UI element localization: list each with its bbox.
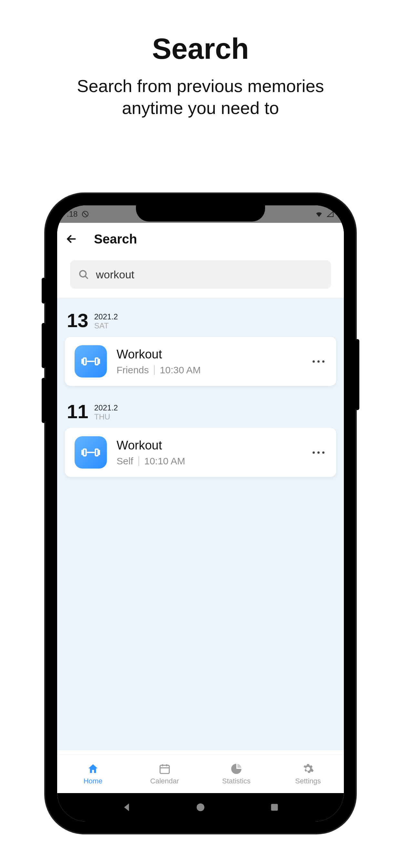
svg-rect-4 (83, 449, 86, 456)
dnd-icon (81, 210, 89, 218)
back-arrow-icon[interactable] (65, 232, 78, 245)
memory-time: 10:10 AM (144, 456, 185, 467)
signal-icon (327, 210, 334, 218)
memory-title: Workout (117, 438, 303, 453)
phone-notch (136, 206, 265, 221)
android-recent-icon[interactable] (269, 802, 280, 813)
divider (154, 365, 155, 375)
date-day-of-week: SAT (94, 321, 118, 330)
gear-icon (302, 763, 314, 775)
svg-rect-8 (271, 804, 278, 811)
date-year-month: 2021.2 (94, 403, 118, 412)
nav-label: Statistics (222, 777, 251, 785)
search-container (57, 255, 344, 298)
nav-label: Home (84, 777, 103, 785)
android-home-icon[interactable] (195, 802, 206, 813)
nav-statistics[interactable]: Statistics (201, 755, 272, 793)
more-icon[interactable] (312, 452, 327, 454)
memory-title: Workout (117, 347, 303, 361)
nav-label: Calendar (150, 777, 179, 785)
svg-rect-3 (95, 358, 98, 365)
nav-home[interactable]: Home (57, 755, 129, 793)
phone-screen: .18 Search 13 2021.2 SAT (57, 206, 344, 822)
nav-settings[interactable]: Settings (272, 755, 344, 793)
date-header: 13 2021.2 SAT (65, 311, 336, 330)
svg-rect-5 (95, 449, 98, 456)
phone-side-button (42, 278, 45, 304)
phone-volume-up (42, 323, 45, 368)
phone-frame: .18 Search 13 2021.2 SAT (45, 194, 356, 833)
promo-subtitle-line1: Search from previous memories (77, 76, 324, 96)
search-icon (78, 269, 89, 280)
android-back-icon[interactable] (121, 802, 132, 813)
more-icon[interactable] (312, 361, 327, 363)
memory-card[interactable]: Workout Friends 10:30 AM (65, 337, 336, 386)
app-header: Search (57, 223, 344, 255)
search-input[interactable] (96, 268, 323, 281)
page-title: Search (94, 232, 137, 246)
date-day: 11 (67, 402, 89, 422)
memory-category: Self (117, 456, 133, 467)
status-time: .18 (67, 210, 78, 219)
svg-rect-2 (83, 358, 86, 365)
search-box[interactable] (70, 260, 331, 289)
date-day-of-week: THU (94, 412, 118, 422)
statistics-icon (230, 763, 243, 775)
svg-rect-6 (160, 765, 169, 773)
wifi-icon (315, 210, 323, 218)
divider (138, 456, 139, 466)
date-year-month: 2021.2 (94, 312, 118, 321)
phone-power-button (356, 339, 359, 410)
memory-card[interactable]: Workout Self 10:10 AM (65, 428, 336, 477)
memory-category: Friends (117, 365, 149, 376)
nav-calendar[interactable]: Calendar (129, 755, 201, 793)
date-day: 13 (67, 311, 89, 330)
results-list: 13 2021.2 SAT Workout Friends 10:30 AM (57, 298, 344, 750)
promo-subtitle: Search from previous memories anytime yo… (0, 75, 401, 119)
date-header: 11 2021.2 THU (65, 402, 336, 422)
nav-label: Settings (295, 777, 321, 785)
home-icon (87, 763, 99, 775)
svg-point-7 (197, 803, 204, 811)
dumbbell-icon (74, 436, 107, 469)
promo-title: Search (0, 32, 401, 66)
memory-time: 10:30 AM (160, 365, 201, 376)
promo-subtitle-line2: anytime you need to (122, 98, 279, 118)
calendar-icon (158, 763, 171, 775)
dumbbell-icon (74, 345, 107, 377)
android-nav-bar (57, 793, 344, 822)
bottom-nav: Home Calendar Statistics Settings (57, 754, 344, 793)
phone-volume-down (42, 378, 45, 423)
